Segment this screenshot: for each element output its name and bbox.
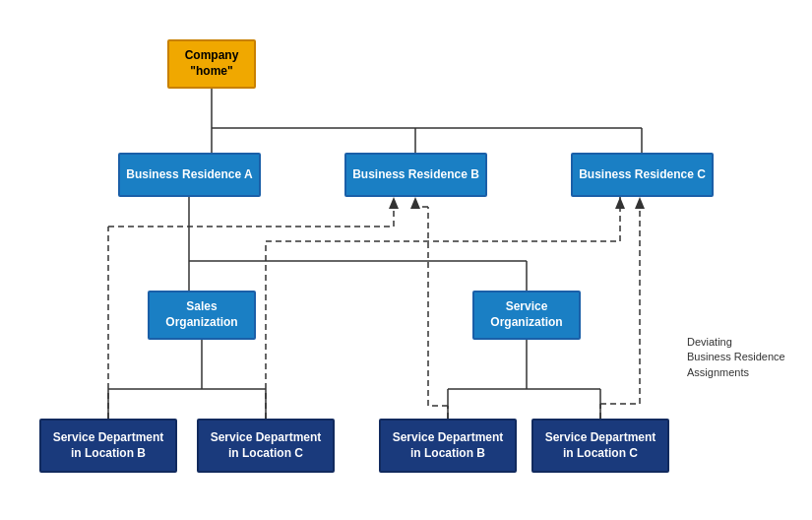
diagram: Company "home" Business Residence A Busi… [0, 0, 812, 520]
service-dept-location-b-1: Service Department in Location B [39, 419, 177, 473]
svg-marker-34 [635, 197, 645, 209]
svg-marker-30 [410, 197, 420, 209]
service-organization-node: Service Organization [472, 291, 581, 340]
sales-organization-node: Sales Organization [148, 291, 256, 340]
deviating-label: Deviating Business Residence Assignments [687, 335, 805, 380]
service-dept-location-c-2: Service Department in Location C [531, 419, 669, 473]
service-dept-location-b-2: Service Department in Location B [379, 419, 517, 473]
service-dept-location-c-1: Service Department in Location C [197, 419, 335, 473]
svg-marker-24 [615, 197, 625, 209]
business-residence-c-node: Business Residence C [571, 153, 714, 197]
business-residence-a-node: Business Residence A [118, 153, 261, 197]
company-node: Company "home" [167, 39, 256, 89]
business-residence-b-node: Business Residence B [344, 153, 487, 197]
svg-marker-20 [389, 197, 399, 209]
